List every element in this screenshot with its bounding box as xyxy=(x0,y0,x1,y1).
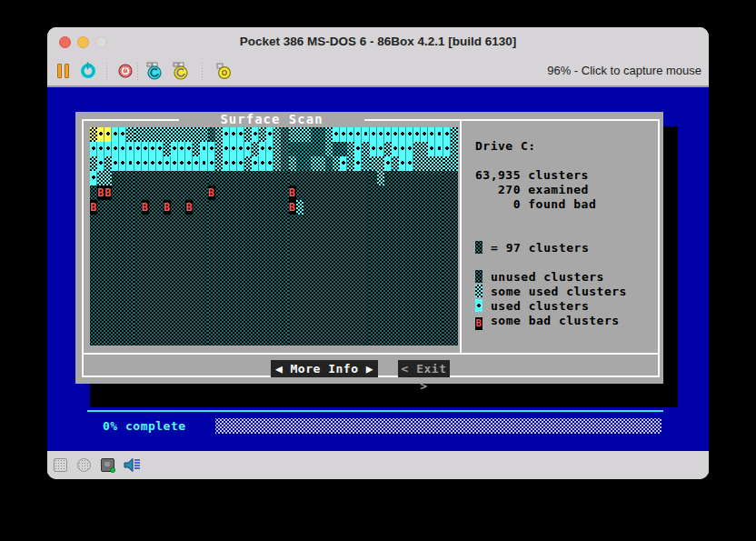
floppy-icon[interactable] xyxy=(54,458,67,472)
power-icon[interactable] xyxy=(116,62,134,81)
titlebar: Pocket 386 MS-DOS 6 - 86Box 4.2.1 [build… xyxy=(47,27,709,56)
scale-label: = 97 clusters xyxy=(491,241,589,255)
map-row xyxy=(90,229,459,244)
map-row xyxy=(90,142,459,156)
legend-glyph-unused xyxy=(475,270,482,283)
legend-row: unused clusters xyxy=(475,270,627,285)
map-row xyxy=(90,171,459,185)
progress-label: 0% complete xyxy=(103,418,186,434)
toolbar-separator xyxy=(137,63,138,81)
legend-row: used clusters xyxy=(475,299,627,314)
clusters-found-bad: 0 found bad xyxy=(475,197,627,212)
ctrl-alt-esc-icon[interactable] xyxy=(171,62,191,81)
toolbar-separator xyxy=(202,63,203,81)
map-row xyxy=(90,316,459,331)
map-row: BBBB xyxy=(90,185,459,200)
legend-glyph-bad: B xyxy=(475,317,482,330)
map-row xyxy=(90,215,459,229)
legend-glyph-used xyxy=(475,299,482,312)
pause-icon[interactable] xyxy=(57,62,72,81)
window-title: Pocket 386 MS-DOS 6 - 86Box 4.2.1 [build… xyxy=(47,27,709,56)
toolbar-separator xyxy=(106,63,107,81)
settings-icon[interactable] xyxy=(214,62,234,81)
sound-icon[interactable] xyxy=(124,456,142,477)
separator-line xyxy=(87,410,663,412)
exit-button[interactable]: < Exit > xyxy=(398,360,450,377)
map-row xyxy=(90,302,459,316)
legend-row: Bsome bad clusters xyxy=(475,314,627,328)
toolbar: 96% - Click to capture mouse xyxy=(47,56,709,87)
statusbar xyxy=(47,451,709,479)
clusters-examined: 270 examined xyxy=(475,183,627,197)
ctrl-alt-del-icon[interactable] xyxy=(144,62,164,81)
map-row: BBBBB xyxy=(90,200,459,215)
scale-glyph xyxy=(475,241,482,254)
legend-label: used clusters xyxy=(491,299,589,313)
surface-scan-dialog: Surface Scan BBBBBBBBB Drive C: 63,935 c… xyxy=(75,112,663,384)
pane-divider xyxy=(460,119,462,355)
map-row xyxy=(90,244,459,258)
emulator-window: Pocket 386 MS-DOS 6 - 86Box 4.2.1 [build… xyxy=(47,27,709,479)
legend-row: some used clusters xyxy=(475,285,627,299)
drive-label: Drive C: xyxy=(475,139,627,154)
dos-screen[interactable]: Surface Scan BBBBBBBBB Drive C: 63,935 c… xyxy=(47,87,709,451)
map-row xyxy=(90,287,459,302)
legend-glyph-some-used xyxy=(475,285,482,297)
map-row xyxy=(90,331,459,346)
cluster-map: BBBBBBBBB xyxy=(90,127,459,346)
progress-bar xyxy=(215,418,662,434)
disk-activity-led xyxy=(110,467,115,473)
button-row-divider xyxy=(82,353,660,355)
legend-label: unused clusters xyxy=(491,270,604,284)
map-row xyxy=(90,258,459,273)
more-info-button[interactable]: ◀ More Info ▶ xyxy=(271,360,378,377)
hard-reset-icon[interactable] xyxy=(79,62,97,81)
map-row xyxy=(90,273,459,287)
dialog-title: Surface Scan xyxy=(179,113,364,126)
cdrom-icon[interactable] xyxy=(77,458,91,472)
mouse-capture-status: 96% - Click to capture mouse xyxy=(547,56,701,87)
drive-info-pane: Drive C: 63,935 clusters 270 examined 0 … xyxy=(475,139,627,328)
scale-line: = 97 clusters xyxy=(475,241,627,255)
map-row xyxy=(90,127,459,142)
map-row xyxy=(90,156,459,171)
legend-label: some bad clusters xyxy=(491,314,620,327)
legend-label: some used clusters xyxy=(491,285,627,298)
clusters-total: 63,935 clusters xyxy=(475,168,627,183)
hard-disk-icon[interactable] xyxy=(101,458,114,472)
